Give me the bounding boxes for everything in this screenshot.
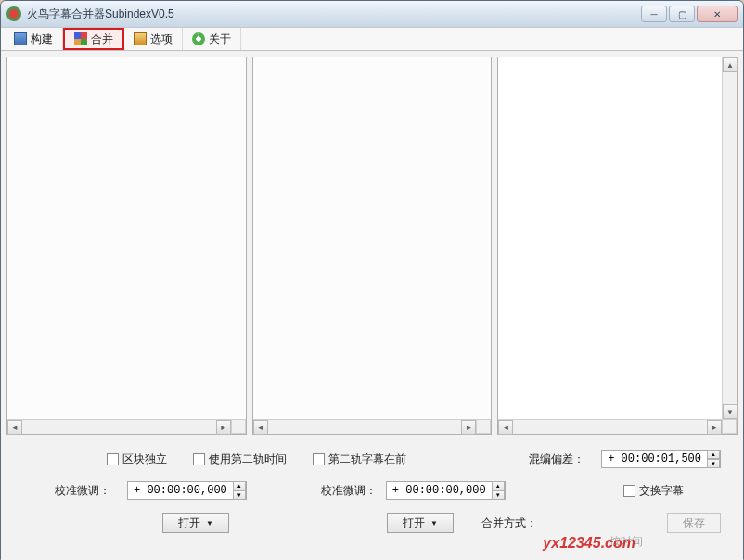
check-use-track2-time[interactable]: 使用第二轨时间 (193, 452, 287, 467)
mix-offset-spinner[interactable]: + 00:00:01,500 ▲ ▼ (601, 450, 721, 468)
minimize-button[interactable]: ─ (641, 6, 667, 22)
tab-merge-label: 合并 (91, 32, 113, 47)
check-swap-subs[interactable]: 交换字幕 (623, 483, 684, 499)
open-button-right-label: 打开 (403, 515, 425, 531)
about-icon: i (192, 32, 205, 45)
open-button-left-label: 打开 (178, 515, 200, 531)
scroll-corner (476, 419, 491, 434)
checkbox-icon[interactable] (193, 453, 205, 465)
hscrollbar-3[interactable]: ◄ ► (498, 419, 722, 434)
calib-adj-left-value[interactable]: + 00:00:00,000 (128, 484, 233, 497)
tab-merge[interactable]: 合并 (63, 28, 124, 50)
close-button[interactable]: ✕ (697, 6, 738, 22)
app-icon (6, 6, 21, 21)
app-window: 火鸟字幕合并器SubindexV0.5 ─ ▢ ✕ 构建 合并 选项 i 关于 (0, 0, 744, 560)
vscrollbar[interactable]: ▲ ▼ (722, 57, 737, 419)
tab-build-label: 构建 (31, 32, 53, 47)
scroll-track[interactable] (723, 72, 737, 404)
spin-up-icon[interactable]: ▲ (233, 481, 246, 490)
tab-options[interactable]: 选项 (124, 28, 183, 50)
spin-up-icon[interactable]: ▲ (492, 481, 505, 490)
titlebar[interactable]: 火鸟字幕合并器SubindexV0.5 ─ ▢ ✕ (1, 1, 743, 27)
tab-bar: 构建 合并 选项 i 关于 (1, 27, 743, 51)
merge-icon (74, 32, 87, 45)
mix-offset-value[interactable]: + 00:00:01,500 (602, 452, 707, 465)
caret-down-icon: ▼ (206, 519, 213, 528)
tab-about-label: 关于 (209, 32, 231, 47)
scroll-corner (722, 419, 737, 434)
open-button-right[interactable]: 打开 ▼ (387, 513, 454, 533)
scroll-track[interactable] (513, 420, 707, 434)
check-track2-first-label: 第二轨字幕在前 (328, 452, 406, 467)
maximize-button[interactable]: ▢ (669, 6, 695, 22)
buttons-row: 打开 ▼ 打开 ▼ 合并方式： 保存 (23, 513, 721, 533)
spin-down-icon[interactable]: ▼ (707, 459, 720, 468)
subtitle-panel-2[interactable]: ◄ ► (252, 57, 493, 435)
scroll-right-icon[interactable]: ► (707, 420, 722, 435)
merge-mode-label: 合并方式： (481, 515, 537, 531)
spin-down-icon[interactable]: ▼ (492, 490, 505, 500)
save-button[interactable]: 保存 (667, 513, 721, 533)
tab-about[interactable]: i 关于 (183, 28, 241, 50)
scroll-right-icon[interactable]: ► (461, 420, 476, 435)
options-row-1: 区块独立 使用第二轨时间 第二轨字幕在前 混编偏差： + 00:00:01,50… (23, 450, 721, 468)
check-track2-first[interactable]: 第二轨字幕在前 (313, 452, 406, 467)
build-icon (14, 32, 27, 45)
checkbox-icon[interactable] (623, 485, 635, 497)
hscrollbar-1[interactable]: ◄ ► (7, 419, 231, 434)
scroll-left-icon[interactable]: ◄ (7, 420, 22, 435)
mix-offset-label: 混编偏差： (529, 452, 584, 467)
scroll-right-icon[interactable]: ► (216, 420, 231, 435)
scroll-track[interactable] (268, 420, 462, 434)
content-area: ◄ ► ◄ ► ▲ ▼ (1, 51, 743, 560)
caret-down-icon: ▼ (430, 519, 438, 528)
checkbox-icon[interactable] (107, 453, 119, 465)
spin-up-icon[interactable]: ▲ (707, 450, 720, 459)
check-block-independent-label: 区块独立 (122, 452, 167, 467)
check-use-track2-time-label: 使用第二轨时间 (209, 452, 287, 467)
calib-adj-right-spinner[interactable]: + 00:00:00,000 ▲ ▼ (386, 481, 506, 500)
save-button-label: 保存 (683, 515, 705, 531)
output-panel[interactable]: ▲ ▼ ◄ ► (497, 57, 738, 435)
panel-row: ◄ ► ◄ ► ▲ ▼ (6, 57, 738, 435)
tab-build[interactable]: 构建 (5, 28, 63, 50)
checkbox-icon[interactable] (313, 453, 325, 465)
spin-down-icon[interactable]: ▼ (233, 490, 246, 500)
calib-adj-left-spinner[interactable]: + 00:00:00,000 ▲ ▼ (127, 481, 247, 500)
merge-mode-value: 按时间 (609, 534, 643, 550)
check-swap-subs-label: 交换字幕 (639, 483, 684, 499)
options-icon (134, 32, 147, 45)
scroll-left-icon[interactable]: ◄ (498, 420, 513, 435)
controls: 区块独立 使用第二轨时间 第二轨字幕在前 混编偏差： + 00:00:01,50… (6, 450, 738, 533)
calib-adj-right-value[interactable]: + 00:00:00,000 (387, 484, 492, 497)
window-buttons: ─ ▢ ✕ (641, 6, 738, 22)
calib-adj-right-label: 校准微调： (321, 483, 377, 499)
scroll-up-icon[interactable]: ▲ (723, 57, 738, 72)
scroll-down-icon[interactable]: ▼ (723, 404, 738, 419)
scroll-corner (231, 419, 246, 434)
options-row-2: 校准微调： + 00:00:00,000 ▲ ▼ 校准微调： + 00:00:0… (23, 481, 721, 500)
tab-options-label: 选项 (150, 32, 173, 47)
hscrollbar-2[interactable]: ◄ ► (253, 419, 477, 434)
check-block-independent[interactable]: 区块独立 (107, 452, 167, 467)
window-title: 火鸟字幕合并器SubindexV0.5 (27, 6, 641, 22)
scroll-track[interactable] (22, 420, 216, 434)
open-button-left[interactable]: 打开 ▼ (162, 513, 229, 533)
subtitle-panel-1[interactable]: ◄ ► (6, 57, 247, 435)
scroll-left-icon[interactable]: ◄ (253, 420, 268, 435)
calib-adj-left-label: 校准微调： (55, 483, 110, 499)
